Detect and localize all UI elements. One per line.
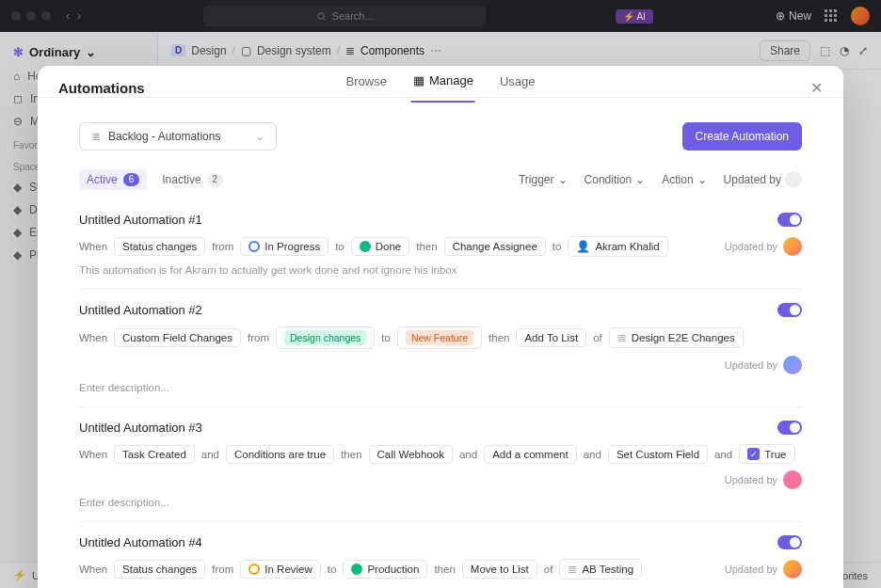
filter-condition[interactable]: Condition ⌄ <box>585 173 646 186</box>
label-then: then <box>341 449 361 460</box>
status-dot-icon <box>248 241 260 252</box>
label-then: then <box>489 332 509 343</box>
tab-manage[interactable]: ▦Manage <box>411 73 475 103</box>
avatar[interactable] <box>783 560 802 579</box>
avatar[interactable] <box>783 356 802 374</box>
avatar-stack <box>785 171 802 188</box>
automation-description[interactable]: This automation is for Akram to actually… <box>79 264 802 276</box>
assignee-chip[interactable]: 👤Akram Khalid <box>568 236 667 257</box>
active-count: 6 <box>123 173 140 186</box>
label-then: then <box>416 241 437 252</box>
tag-chip[interactable]: Design changes <box>276 326 375 349</box>
status-chip[interactable]: In Review <box>240 560 321 579</box>
updated-by: Updated by <box>725 237 802 256</box>
list-chip[interactable]: ≣ AB Testing <box>559 559 642 580</box>
trigger-chip[interactable]: Task Created <box>114 445 195 464</box>
scope-select[interactable]: ≣Backlog - Automations ⌄ <box>79 122 277 151</box>
chevron-down-icon: ⌄ <box>558 173 568 186</box>
status-chip[interactable]: In Progress <box>240 237 328 256</box>
label-to: to <box>328 564 337 575</box>
status-dot-icon <box>360 241 371 252</box>
tag-chip[interactable]: New Feature <box>397 326 482 349</box>
create-automation-button[interactable]: Create Automation <box>682 122 802 151</box>
status-dot-icon <box>351 564 362 575</box>
action-chip[interactable]: Add a comment <box>484 445 577 464</box>
condition-chip[interactable]: Conditions are true <box>226 445 334 464</box>
list-chip[interactable]: ≣ Design E2E Changes <box>609 327 744 348</box>
filter-updatedby[interactable]: Updated by <box>724 171 802 188</box>
label-then: then <box>434 564 455 575</box>
automation-row: Untitled Automation #4 When Status chang… <box>79 522 802 588</box>
automation-toggle[interactable] <box>777 213 802 227</box>
modal-overlay: Automations Browse ▦Manage Usage ✕ ≣Back… <box>0 0 881 588</box>
action-chip[interactable]: Add To List <box>516 328 586 347</box>
automation-toggle[interactable] <box>777 535 802 549</box>
trigger-chip[interactable]: Status changes <box>114 237 205 256</box>
automation-toggle[interactable] <box>777 421 802 435</box>
chevron-down-icon: ⌄ <box>697 173 707 186</box>
updated-by: Updated by <box>725 470 802 489</box>
list-icon: ≣ <box>617 331 627 344</box>
trigger-chip[interactable]: Status changes <box>114 560 205 579</box>
label-to: to <box>381 332 391 343</box>
action-chip[interactable]: Move to List <box>462 560 537 579</box>
label-from: from <box>212 241 233 252</box>
modal-title: Automations <box>58 80 145 96</box>
filter-inactive[interactable]: Inactive2 <box>154 169 231 190</box>
inactive-count: 2 <box>207 173 224 186</box>
list-icon: ≣ <box>91 130 101 143</box>
trigger-chip[interactable]: Custom Field Changes <box>114 328 241 347</box>
label-and: and <box>584 449 601 460</box>
automation-title[interactable]: Untitled Automation #1 <box>79 213 202 227</box>
label-of: of <box>544 564 553 575</box>
list-icon: ≣ <box>568 563 577 576</box>
automation-title[interactable]: Untitled Automation #3 <box>79 421 202 435</box>
status-chip[interactable]: Production <box>343 560 427 579</box>
label-to: to <box>553 241 562 252</box>
label-when: When <box>79 564 107 575</box>
avatar[interactable] <box>783 470 802 489</box>
filter-trigger[interactable]: Trigger ⌄ <box>519 173 568 186</box>
chevron-down-icon: ⌄ <box>255 130 264 143</box>
automation-title[interactable]: Untitled Automation #4 <box>79 535 202 549</box>
updated-by: Updated by <box>725 560 802 579</box>
close-icon[interactable]: ✕ <box>810 79 823 97</box>
label-when: When <box>79 449 107 460</box>
automation-row: Untitled Automation #1 When Status chang… <box>79 199 802 290</box>
filter-active[interactable]: Active6 <box>79 169 147 190</box>
label-to: to <box>335 241 344 252</box>
action-chip[interactable]: Change Assignee <box>444 237 546 256</box>
action-chip[interactable]: Call Webhook <box>369 445 453 464</box>
manage-icon: ▦ <box>413 73 424 87</box>
label-and: and <box>459 449 477 460</box>
automation-toggle[interactable] <box>777 303 802 317</box>
label-of: of <box>593 332 602 343</box>
person-icon: 👤 <box>576 240 590 253</box>
tab-usage[interactable]: Usage <box>498 73 537 103</box>
automation-description[interactable]: Enter description... <box>79 382 802 393</box>
avatar[interactable] <box>783 237 802 256</box>
updated-by: Updated by <box>725 356 802 374</box>
status-dot-icon <box>248 564 260 575</box>
filter-action[interactable]: Action ⌄ <box>662 173 706 186</box>
automation-row: Untitled Automation #2 When Custom Field… <box>79 290 802 407</box>
automation-row: Untitled Automation #3 When Task Created… <box>79 407 802 522</box>
automations-modal: Automations Browse ▦Manage Usage ✕ ≣Back… <box>38 66 843 588</box>
value-chip[interactable]: ✓True <box>739 444 794 464</box>
label-when: When <box>79 241 107 252</box>
action-chip[interactable]: Set Custom Field <box>608 445 708 464</box>
label-from: from <box>212 564 233 575</box>
label-and: and <box>201 449 219 460</box>
check-icon: ✓ <box>747 448 760 460</box>
label-and: and <box>714 449 732 460</box>
status-chip[interactable]: Done <box>351 237 410 256</box>
automation-title[interactable]: Untitled Automation #2 <box>79 303 202 317</box>
label-when: When <box>79 332 107 343</box>
chevron-down-icon: ⌄ <box>635 173 645 186</box>
label-from: from <box>248 332 269 343</box>
tab-browse[interactable]: Browse <box>344 73 389 103</box>
automation-description[interactable]: Enter description... <box>79 497 802 508</box>
